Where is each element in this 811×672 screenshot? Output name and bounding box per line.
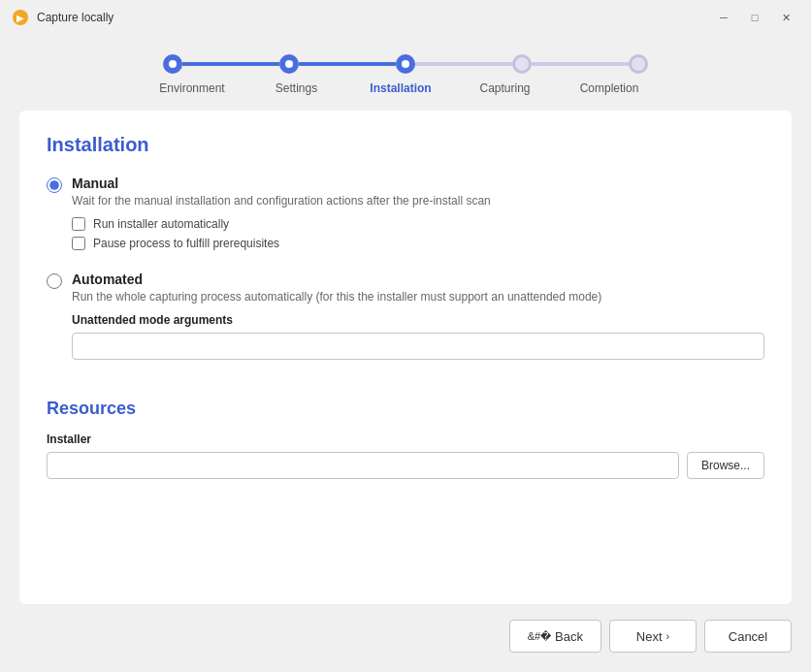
label-environment: Environment [153, 81, 231, 95]
installation-title: Installation [47, 134, 764, 156]
titlebar-title: Capture locally [37, 11, 114, 24]
card: Installation Manual Wait for the manual … [19, 111, 792, 604]
stepper-labels: Environment Settings Installation Captur… [163, 81, 648, 95]
maximize-button[interactable]: □ [741, 7, 768, 28]
back-button[interactable]: &#� Back [509, 620, 601, 653]
step-installation [396, 54, 415, 74]
args-label: Unattended mode arguments [72, 313, 764, 327]
next-chevron-icon: › [666, 630, 670, 642]
step-line-1 [182, 62, 279, 66]
installer-input[interactable] [47, 452, 679, 479]
run-installer-label: Run installer automatically [93, 217, 229, 231]
args-input[interactable] [72, 333, 764, 360]
close-button[interactable]: ✕ [772, 7, 799, 28]
titlebar-controls: ─ □ ✕ [710, 7, 799, 28]
label-installation: Installation [362, 81, 439, 95]
back-label: Back [555, 629, 583, 644]
label-completion: Completion [570, 81, 648, 95]
manual-content: Manual Wait for the manual installation … [72, 176, 491, 256]
next-button[interactable]: Next › [609, 620, 697, 653]
installer-label: Installer [47, 432, 764, 446]
browse-button[interactable]: Browse... [687, 452, 764, 479]
manual-label: Manual [72, 176, 491, 191]
checkbox-row-1: Run installer automatically [72, 217, 491, 231]
manual-option: Manual Wait for the manual installation … [47, 176, 764, 256]
pause-process-label: Pause process to fulfill prerequisites [93, 237, 279, 250]
stepper: Environment Settings Installation Captur… [19, 35, 792, 111]
manual-desc: Wait for the manual installation and con… [72, 194, 491, 208]
step-line-3 [415, 62, 512, 66]
titlebar: ▶ Capture locally ─ □ ✕ [0, 0, 811, 35]
cancel-button[interactable]: Cancel [704, 620, 792, 653]
titlebar-left: ▶ Capture locally [12, 9, 114, 26]
automated-label: Automated [72, 272, 764, 287]
app-icon: ▶ [12, 9, 29, 26]
step-environment [163, 54, 182, 74]
back-chevron-icon: &#� [528, 630, 551, 643]
pause-process-checkbox[interactable] [72, 237, 85, 250]
step-line-2 [299, 62, 396, 66]
minimize-button[interactable]: ─ [710, 7, 737, 28]
automated-content: Automated Run the whole capturing proces… [72, 272, 764, 360]
checkbox-row-2: Pause process to fulfill prerequisites [72, 237, 491, 250]
automated-desc: Run the whole capturing process automati… [72, 290, 764, 304]
step-settings [279, 54, 299, 74]
resources-title: Resources [47, 399, 764, 419]
automated-radio[interactable] [47, 273, 62, 289]
step-completion [629, 54, 648, 74]
manual-radio[interactable] [47, 177, 62, 193]
resources-section: Resources Installer Browse... [47, 399, 764, 479]
automated-option: Automated Run the whole capturing proces… [47, 272, 764, 360]
stepper-track [163, 54, 648, 74]
next-label: Next [636, 629, 663, 644]
step-line-4 [532, 62, 629, 66]
run-installer-checkbox[interactable] [72, 217, 85, 231]
installer-row: Browse... [47, 452, 764, 479]
svg-text:▶: ▶ [16, 13, 24, 23]
main-content: Environment Settings Installation Captur… [0, 35, 811, 672]
footer: &#� Back Next › Cancel [19, 604, 792, 653]
label-capturing: Capturing [467, 81, 544, 95]
step-capturing [512, 54, 532, 74]
label-settings: Settings [258, 81, 336, 95]
